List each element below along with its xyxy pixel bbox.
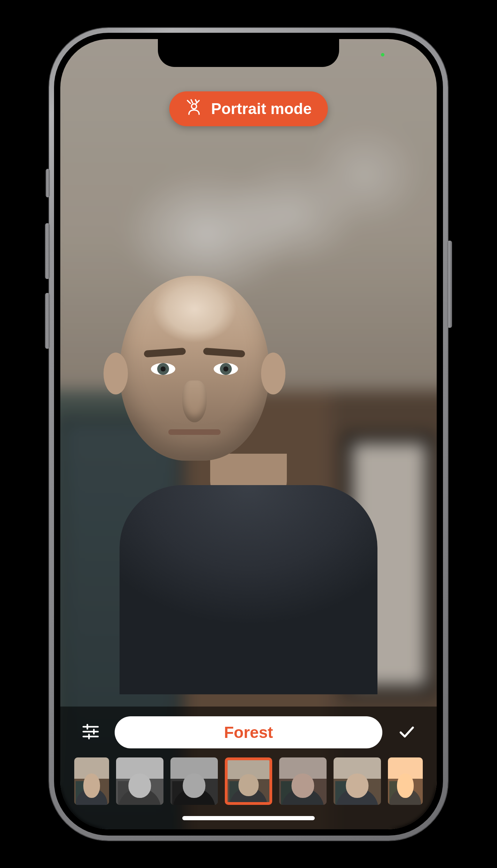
filter-thumbnail-strip[interactable]: [60, 757, 437, 805]
filter-thumb-cool[interactable]: [279, 757, 327, 805]
home-indicator[interactable]: [182, 816, 315, 820]
filter-panel: Forest: [60, 707, 437, 829]
svg-line-1: [191, 100, 192, 103]
phone-screen: Portrait mode: [60, 39, 437, 829]
confirm-button[interactable]: [392, 718, 421, 747]
portrait-mode-pill[interactable]: Portrait mode: [169, 91, 328, 126]
adjust-button[interactable]: [76, 718, 105, 747]
filter-thumb-gold[interactable]: [388, 757, 423, 805]
filter-thumb-forest[interactable]: [225, 757, 272, 805]
volume-down-button[interactable]: [45, 293, 50, 349]
filter-thumb-noir[interactable]: [170, 757, 218, 805]
check-icon: [397, 722, 416, 743]
sliders-icon: [81, 722, 100, 743]
selected-filter-label: Forest: [224, 723, 273, 742]
photo-subject: [120, 276, 377, 694]
phone-frame: Portrait mode: [49, 28, 448, 840]
filter-thumb-mono[interactable]: [116, 757, 163, 805]
filter-thumb-soft[interactable]: [334, 757, 381, 805]
ring-silent-switch[interactable]: [46, 169, 50, 197]
svg-line-0: [188, 100, 190, 103]
volume-up-button[interactable]: [45, 223, 50, 279]
selected-filter-pill[interactable]: Forest: [115, 716, 382, 748]
filter-thumb-original[interactable]: [74, 757, 109, 805]
portrait-mode-icon: [185, 98, 203, 119]
camera-indicator-dot: [381, 53, 384, 56]
side-power-button[interactable]: [447, 241, 452, 328]
display-notch: [158, 39, 339, 67]
portrait-mode-label: Portrait mode: [211, 100, 312, 118]
svg-point-4: [191, 104, 197, 109]
